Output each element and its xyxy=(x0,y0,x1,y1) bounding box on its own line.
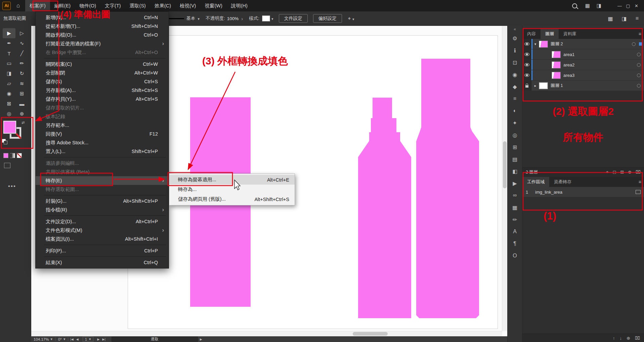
swatches-panel-icon[interactable]: ⊞ xyxy=(508,141,522,153)
file-menu-item[interactable]: 版本記錄 xyxy=(36,112,169,121)
actions-panel-icon[interactable]: ▶ xyxy=(508,177,522,189)
panel-tab[interactable]: 工作區域 xyxy=(522,177,549,187)
panel-tab[interactable]: 內容 xyxy=(522,29,541,39)
last-artboard-button[interactable]: ▶| xyxy=(102,338,105,341)
file-menu-item[interactable]: 儲存選取的切片... xyxy=(36,103,169,112)
mesh-tool[interactable]: ⊠ xyxy=(3,99,15,109)
file-menu-item[interactable]: 儲存拷貝(Y)... Alt+Ctrl+S xyxy=(36,95,169,103)
layer-row[interactable]: area3 xyxy=(522,70,644,81)
vertical-scrollbar[interactable] xyxy=(502,26,507,331)
expand-panels-icon[interactable]: « xyxy=(514,27,516,32)
paragraph-panel-icon[interactable]: ¶ xyxy=(508,238,522,250)
pen-tool[interactable]: ✒ xyxy=(3,38,15,48)
paintbrush-tool[interactable]: ✏ xyxy=(15,58,28,68)
caret-down-icon[interactable] xyxy=(271,16,273,21)
locate-object-icon[interactable]: ⌖ xyxy=(606,169,608,175)
symbols-panel-icon[interactable]: ◧ xyxy=(508,165,522,177)
file-menu-item[interactable]: 轉存選取範圍... xyxy=(36,185,169,194)
artboard-row[interactable]: 1 img_link_area xyxy=(522,187,644,197)
visibility-toggle[interactable] xyxy=(522,81,531,91)
document-setup-button[interactable]: 文件設定 xyxy=(279,14,308,23)
width-tool[interactable]: ≋ xyxy=(15,79,28,89)
artboard-number-field[interactable]: 1 xyxy=(83,337,93,342)
submenu-item[interactable]: 轉存為... xyxy=(169,185,295,194)
direct-selection-tool[interactable]: ▷ xyxy=(15,28,28,38)
new-artboard-icon[interactable]: ⊕ xyxy=(627,336,630,341)
artboard-page-icon[interactable] xyxy=(636,190,641,194)
submenu-item[interactable]: 轉存為螢幕適用... Alt+Ctrl+E xyxy=(169,175,295,185)
visibility-toggle[interactable] xyxy=(522,70,531,80)
file-menu-item[interactable] xyxy=(36,255,169,258)
file-menu-item[interactable]: 列印(P)... Ctrl+P xyxy=(36,246,169,255)
links-panel-icon[interactable]: ∞ xyxy=(508,189,522,201)
menubar-item[interactable]: 檔案(F) xyxy=(25,0,50,11)
file-menu-item[interactable]: 文件色彩模式(M) xyxy=(36,226,169,235)
rotate-tool[interactable]: ↻ xyxy=(15,68,28,79)
search-icon[interactable] xyxy=(572,3,577,8)
file-menu-item[interactable] xyxy=(36,194,169,197)
menubar-item[interactable]: 視窗(W) xyxy=(200,0,226,11)
style-swatch-dropdown[interactable] xyxy=(262,15,270,21)
file-menu-item[interactable] xyxy=(36,243,169,246)
eraser-tool[interactable]: ◨ xyxy=(3,68,15,79)
horizontal-scrollbar[interactable] xyxy=(31,331,502,336)
zoom-level-dropdown[interactable]: 104.17% xyxy=(31,337,55,341)
snap-options-dropdown[interactable]: ⌖ xyxy=(348,15,354,21)
file-menu-item[interactable]: 儲存(S) Ctrl+S xyxy=(36,77,169,86)
submenu-item[interactable]: 儲存為網頁用 (舊版)... Alt+Shift+Ctrl+S xyxy=(169,194,295,204)
asset-export-panel-icon[interactable]: ▦ xyxy=(508,201,522,213)
default-fill-stroke-icon[interactable] xyxy=(2,139,6,143)
target-circle-icon[interactable] xyxy=(632,42,636,46)
gradient-tool[interactable]: ▬ xyxy=(15,99,28,109)
zoom-tool[interactable]: ⊕ xyxy=(15,109,28,119)
character-panel-icon[interactable]: A xyxy=(508,226,522,238)
arrange-documents-icon[interactable]: ▦ xyxy=(585,3,590,9)
layer-row[interactable]: 圖層 1 xyxy=(522,81,644,91)
layer-row[interactable]: 圖層 2 xyxy=(522,39,644,49)
home-icon[interactable]: ⌂ xyxy=(16,2,20,9)
file-menu-item[interactable] xyxy=(36,57,169,60)
delete-artboard-icon[interactable]: ⌧ xyxy=(635,336,640,341)
next-artboard-button[interactable]: ▶ xyxy=(97,338,100,341)
target-circle-icon[interactable] xyxy=(637,84,641,88)
fill-color-swatch[interactable] xyxy=(3,121,16,134)
clipping-mask-icon[interactable]: ◻ xyxy=(612,169,616,175)
file-menu-item[interactable]: 另存新檔(A)... Shift+Ctrl+S xyxy=(36,86,169,95)
panel-tab[interactable]: 資料庫 xyxy=(559,29,581,39)
graphic-styles-panel-icon[interactable]: ◎ xyxy=(508,129,522,141)
selection-tool[interactable]: ▶ xyxy=(3,28,15,38)
file-menu-item[interactable] xyxy=(36,214,169,217)
scale-tool[interactable]: ▱ xyxy=(3,79,15,89)
appearance-panel-icon[interactable]: ✦ xyxy=(508,117,522,129)
horizontal-scrollbar-thumb[interactable] xyxy=(353,332,388,336)
line-segment-tool[interactable]: ╱ xyxy=(15,48,28,58)
visibility-toggle[interactable] xyxy=(522,60,531,70)
color-button[interactable] xyxy=(3,153,8,158)
brushes-panel-icon[interactable]: ▤ xyxy=(508,153,522,165)
perspective-grid-tool[interactable]: ⊞ xyxy=(15,89,28,99)
menubar-item[interactable]: 選取(S) xyxy=(125,0,150,11)
visibility-toggle[interactable] xyxy=(522,39,531,49)
file-menu-item[interactable]: 邀請參與編輯... xyxy=(36,159,169,167)
file-menu-item[interactable]: 回復(V) F12 xyxy=(36,130,169,138)
first-artboard-button[interactable]: |◀ xyxy=(70,338,73,341)
file-menu-item[interactable]: 從範本新增(T)... Shift+Ctrl+N xyxy=(36,22,169,31)
file-menu-item[interactable]: 文件設定(D)... Alt+Ctrl+P xyxy=(36,217,169,226)
status-bar-play-icon[interactable]: ▶ xyxy=(200,338,202,341)
layer-row[interactable]: area2 xyxy=(522,60,644,70)
target-circle-icon[interactable] xyxy=(637,74,641,77)
transparency-panel-icon[interactable]: ◐ xyxy=(508,105,522,117)
file-menu-item[interactable]: 置入(L)... Shift+Ctrl+P xyxy=(36,147,169,156)
image-trace-panel-icon[interactable]: ✏ xyxy=(508,213,522,226)
menubar-item[interactable]: 檢視(V) xyxy=(175,0,200,11)
vertical-scrollbar-thumb[interactable] xyxy=(503,141,507,188)
file-menu-item[interactable]: 封裝(G)... Alt+Shift+Ctrl+P xyxy=(36,197,169,205)
file-menu-item[interactable]: 指令檔(R) xyxy=(36,205,169,214)
new-layer-icon[interactable]: ⊕ xyxy=(628,169,632,175)
stroke-panel-icon[interactable]: ≡ xyxy=(508,93,522,105)
file-menu-item[interactable]: 結束(X) Ctrl+Q xyxy=(36,258,169,267)
eyedropper-tool[interactable]: ◎ xyxy=(3,109,15,119)
artboards-panel-icon[interactable]: ⊡ xyxy=(508,56,522,68)
artwork-bottle-large[interactable] xyxy=(416,59,479,318)
maximize-button[interactable]: ▢ xyxy=(624,0,632,11)
